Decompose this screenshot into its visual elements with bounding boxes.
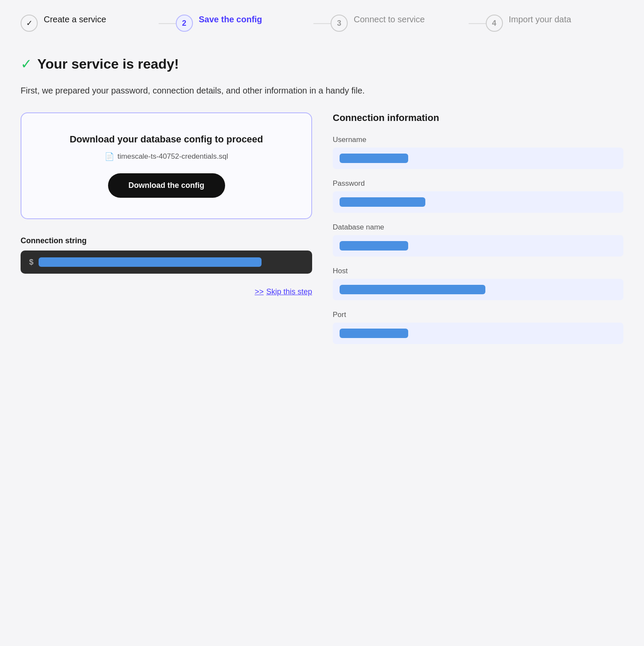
conn-field-value-3 <box>333 279 623 300</box>
step-1-icon: ✓ <box>21 15 38 32</box>
service-ready-title: Your service is ready! <box>37 56 179 72</box>
conn-field-value-0 <box>333 148 623 169</box>
step-3-number: 3 <box>331 15 348 32</box>
ready-check-icon: ✓ <box>21 56 32 72</box>
conn-field-password: Password <box>333 179 623 213</box>
step-create-service: ✓ Create a service <box>21 14 159 32</box>
conn-field-label-4: Port <box>333 311 623 319</box>
step-1-label: Create a service <box>44 14 106 25</box>
two-col-layout: Download your database config to proceed… <box>21 112 623 354</box>
conn-field-bar-1 <box>340 197 425 207</box>
conn-field-port: Port <box>333 311 623 344</box>
conn-field-bar-2 <box>340 241 408 251</box>
connection-fields: UsernamePasswordDatabase nameHostPort <box>333 136 623 344</box>
main-content: ✓ Your service is ready! First, we prepa… <box>0 42 644 368</box>
service-ready-header: ✓ Your service is ready! <box>21 56 623 72</box>
connection-string-box: $ <box>21 251 312 274</box>
download-card: Download your database config to proceed… <box>21 112 312 219</box>
skip-step-label: Skip this step <box>266 287 312 296</box>
step-3-label: Connect to service <box>354 14 425 25</box>
skip-chevrons-icon: >> <box>255 287 264 296</box>
step-divider-2 <box>313 23 331 24</box>
connection-info-title: Connection information <box>333 112 623 124</box>
skip-step-link[interactable]: >> Skip this step <box>255 287 312 296</box>
conn-field-label-3: Host <box>333 267 623 275</box>
step-2-number: 2 <box>176 15 193 32</box>
conn-field-bar-3 <box>340 285 485 294</box>
conn-field-bar-4 <box>340 329 408 338</box>
download-card-title: Download your database config to proceed <box>39 134 294 145</box>
conn-field-bar-0 <box>340 154 408 163</box>
step-save-config: 2 Save the config <box>176 14 314 32</box>
step-import-data: 4 Import your data <box>486 14 624 32</box>
step-4-label: Import your data <box>509 14 572 25</box>
step-divider-3 <box>469 23 486 24</box>
dollar-sign: $ <box>29 258 33 267</box>
connection-string-label: Connection string <box>21 236 312 245</box>
conn-field-value-1 <box>333 191 623 213</box>
right-column: Connection information UsernamePasswordD… <box>333 112 623 354</box>
connection-string-bar <box>39 257 262 267</box>
left-column: Download your database config to proceed… <box>21 112 312 296</box>
step-divider-1 <box>159 23 176 24</box>
conn-field-value-4 <box>333 323 623 344</box>
description-text: First, we prepared your password, connec… <box>21 84 492 97</box>
file-icon: 📄 <box>105 152 114 161</box>
skip-row: >> Skip this step <box>21 287 312 296</box>
conn-field-label-2: Database name <box>333 223 623 232</box>
conn-field-host: Host <box>333 267 623 300</box>
conn-field-database-name: Database name <box>333 223 623 257</box>
download-config-button[interactable]: Download the config <box>108 173 225 198</box>
conn-field-label-0: Username <box>333 136 623 144</box>
stepper: ✓ Create a service 2 Save the config 3 C… <box>0 0 644 42</box>
step-4-number: 4 <box>486 15 503 32</box>
conn-field-label-1: Password <box>333 179 623 188</box>
conn-field-username: Username <box>333 136 623 169</box>
step-2-label: Save the config <box>199 14 262 25</box>
file-name-row: 📄 timescale-ts-40752-credentials.sql <box>39 152 294 161</box>
conn-field-value-2 <box>333 235 623 257</box>
file-name: timescale-ts-40752-credentials.sql <box>117 152 228 161</box>
step-connect-service: 3 Connect to service <box>331 14 469 32</box>
